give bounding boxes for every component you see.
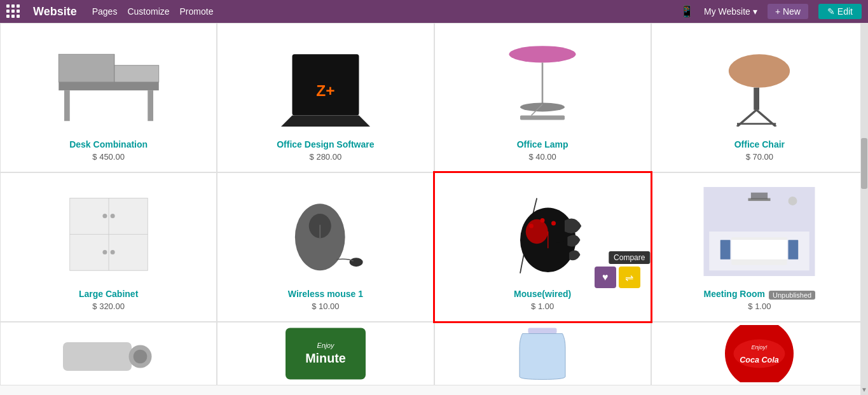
new-button[interactable]: + New	[768, 4, 808, 19]
product-name-office-design-software: Office Design Software	[277, 139, 374, 149]
svg-rect-46	[63, 342, 132, 371]
compare-button[interactable]: ⇌ Compare	[619, 267, 640, 288]
svg-point-34	[541, 218, 545, 223]
svg-point-48	[133, 350, 147, 364]
brand-title: Website	[33, 5, 77, 18]
product-card-mouse-wired[interactable]: ♥ ⇌ Compare Mouse(wired)$ 1.00	[434, 172, 651, 322]
svg-rect-4	[114, 66, 158, 82]
scrollbar-thumb[interactable]	[861, 138, 867, 189]
svg-point-14	[729, 54, 790, 88]
product-price-meeting-room: $ 1.00	[748, 301, 771, 311]
nav-promote[interactable]: Promote	[180, 6, 214, 17]
product-name-meeting-room: Meeting Room	[704, 289, 765, 299]
svg-point-33	[529, 224, 534, 228]
bottom-partial-row: Enjoy Minute Enjoy! Coca Cola	[0, 322, 868, 385]
product-card-office-design-software[interactable]: Z+ Office Design Software$ 280.00	[217, 23, 434, 172]
svg-point-23	[110, 214, 114, 218]
svg-marker-8	[281, 116, 370, 127]
partial-card-2[interactable]	[434, 322, 651, 385]
product-name-desk-combination: Desk Combination	[69, 139, 148, 149]
product-name-large-cabinet: Large Cabinet	[79, 289, 138, 299]
product-grid: Desk Combination$ 450.00 Z+ Office Desig…	[0, 23, 868, 322]
svg-rect-2	[148, 90, 153, 121]
compare-icon: ⇌	[625, 272, 633, 284]
product-action-buttons: ♥ ⇌ Compare	[595, 267, 640, 288]
product-image-large-cabinet	[6, 181, 211, 282]
svg-rect-41	[732, 240, 788, 260]
product-price-office-chair: $ 70.00	[746, 152, 773, 162]
product-price-office-design-software: $ 280.00	[310, 152, 342, 162]
product-image-office-design-software: Z+	[223, 31, 428, 133]
svg-text:Coca Cola: Coca Cola	[740, 356, 780, 364]
scrollbar[interactable]: ▲ ▼	[860, 0, 868, 385]
product-image-desk-combination	[6, 31, 211, 133]
product-price-large-cabinet: $ 320.00	[92, 301, 125, 311]
svg-point-9	[509, 46, 576, 62]
product-image-office-lamp	[440, 31, 645, 133]
wishlist-button[interactable]: ♥	[595, 267, 616, 288]
svg-point-22	[102, 214, 107, 218]
product-card-meeting-room[interactable]: Meeting RoomUnpublished$ 1.00	[651, 172, 868, 322]
svg-rect-3	[59, 54, 114, 82]
unpublished-badge-meeting-room: Unpublished	[769, 291, 815, 300]
top-navigation: Website Pages Customize Promote 📱 My Web…	[0, 0, 868, 23]
partial-card-1[interactable]: Enjoy Minute	[217, 322, 434, 385]
svg-rect-40	[720, 240, 731, 260]
svg-point-11	[520, 102, 565, 111]
svg-point-24	[102, 250, 107, 254]
apps-icon[interactable]	[6, 4, 20, 18]
svg-text:Z+: Z+	[316, 82, 334, 99]
partial-card-0[interactable]	[0, 322, 217, 385]
svg-point-35	[551, 221, 556, 225]
product-name-mouse-wired: Mouse(wired)	[514, 289, 571, 299]
product-name-wireless-mouse-1: Wireless mouse 1	[288, 289, 363, 299]
svg-rect-13	[520, 116, 565, 120]
nav-pages[interactable]: Pages	[92, 6, 118, 17]
product-price-desk-combination: $ 450.00	[92, 152, 125, 162]
product-card-office-lamp[interactable]: Office Lamp$ 40.00	[434, 23, 651, 172]
svg-rect-52	[528, 328, 557, 334]
svg-point-45	[789, 197, 797, 205]
svg-point-25	[110, 250, 114, 254]
my-website-dropdown[interactable]: My Website ▾	[704, 6, 757, 17]
product-price-wireless-mouse-1: $ 10.00	[312, 301, 339, 311]
product-card-desk-combination[interactable]: Desk Combination$ 450.00	[0, 23, 217, 172]
svg-rect-1	[64, 90, 70, 121]
product-image-wireless-mouse-1	[223, 181, 428, 282]
product-price-office-lamp: $ 40.00	[528, 152, 556, 162]
svg-text:Minute: Minute	[305, 351, 346, 365]
svg-text:Enjoy!: Enjoy!	[752, 344, 768, 350]
svg-point-31	[526, 219, 548, 244]
partial-card-3[interactable]: Enjoy! Coca Cola	[651, 322, 868, 385]
product-card-office-chair[interactable]: Office Chair$ 70.00	[651, 23, 868, 172]
product-image-meeting-room	[657, 181, 862, 282]
product-card-large-cabinet[interactable]: Large Cabinet$ 320.00	[0, 172, 217, 322]
svg-rect-0	[59, 82, 159, 90]
scroll-down-arrow[interactable]: ▼	[861, 384, 867, 385]
product-name-office-lamp: Office Lamp	[517, 139, 568, 149]
product-price-mouse-wired: $ 1.00	[531, 301, 554, 311]
edit-button[interactable]: ✎ Edit	[818, 4, 862, 19]
svg-text:Enjoy: Enjoy	[317, 342, 334, 349]
nav-customize[interactable]: Customize	[127, 6, 169, 17]
svg-point-29	[350, 258, 363, 267]
product-name-office-chair: Office Chair	[734, 139, 785, 149]
svg-rect-15	[754, 88, 760, 110]
product-image-office-chair	[657, 31, 862, 133]
mobile-icon[interactable]: 📱	[680, 4, 694, 18]
svg-rect-44	[751, 193, 768, 200]
svg-rect-42	[789, 240, 799, 260]
product-card-wireless-mouse-1[interactable]: Wireless mouse 1$ 10.00	[217, 172, 434, 322]
